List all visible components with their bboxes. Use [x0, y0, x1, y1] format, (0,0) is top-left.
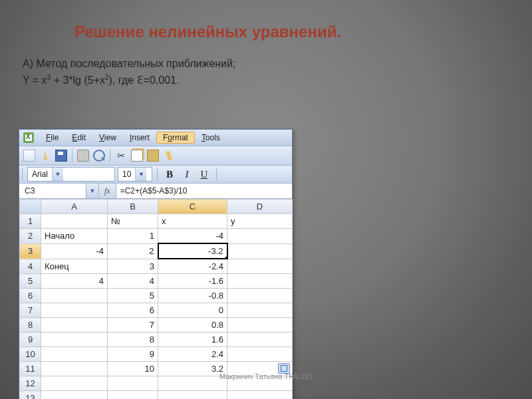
cell-C13[interactable]: [158, 391, 227, 400]
cell-A8[interactable]: [41, 318, 108, 332]
cell-B10[interactable]: 9: [108, 347, 158, 362]
row-header[interactable]: 6: [20, 289, 41, 303]
cell-A2[interactable]: Начало: [41, 229, 108, 244]
cell-D4[interactable]: [227, 259, 293, 274]
cell-C6[interactable]: -0.8: [158, 289, 227, 303]
new-button[interactable]: [22, 148, 37, 163]
save-button[interactable]: [54, 148, 68, 163]
cell-D1[interactable]: y: [227, 214, 293, 229]
cell-A5[interactable]: 4: [41, 274, 108, 289]
cell-D8[interactable]: [227, 318, 293, 332]
cell-B8[interactable]: 7: [108, 318, 158, 332]
formula-input[interactable]: =C2+(A$5-A$3)/10: [116, 184, 292, 198]
cell-A6[interactable]: [41, 289, 108, 303]
cell-B4[interactable]: 3: [108, 259, 158, 274]
cell-B2[interactable]: 1: [108, 229, 158, 244]
menu-tools[interactable]: Tools: [195, 132, 227, 144]
fx-label[interactable]: fx: [99, 186, 116, 196]
underline-button[interactable]: U: [197, 168, 211, 181]
cell-D13[interactable]: [227, 391, 293, 400]
slide-title: Решение нелинейных уравнений.: [0, 0, 532, 44]
cell-B3[interactable]: 2: [108, 243, 158, 259]
cell-A9[interactable]: [41, 332, 108, 347]
dropdown-icon[interactable]: ▼: [135, 168, 146, 181]
bold-button[interactable]: B: [162, 168, 177, 181]
row-header[interactable]: 10: [20, 347, 41, 362]
select-all-corner[interactable]: [20, 200, 41, 214]
cell-C5[interactable]: -1.6: [158, 274, 227, 289]
format-toolbar: Arial ▼ 10 ▼ B I U: [19, 166, 292, 184]
row-header[interactable]: 1: [20, 214, 41, 229]
menubar: FileEditViewInsertFormatTools: [19, 130, 292, 146]
row-header[interactable]: 2: [20, 229, 41, 244]
cell-D6[interactable]: [227, 289, 293, 303]
cell-D3[interactable]: [227, 243, 293, 259]
col-header-D[interactable]: D: [227, 200, 293, 214]
copy-icon: [131, 150, 143, 162]
row-header[interactable]: 9: [20, 332, 41, 347]
menu-edit[interactable]: Edit: [65, 132, 92, 144]
font-select[interactable]: Arial ▼: [27, 167, 115, 182]
italic-button[interactable]: I: [180, 168, 194, 181]
cut-button[interactable]: ✂: [114, 148, 128, 163]
name-box[interactable]: C3: [19, 184, 86, 198]
cell-B9[interactable]: 8: [108, 332, 158, 347]
menu-view[interactable]: View: [92, 132, 123, 144]
cell-A4[interactable]: Конец: [41, 259, 108, 274]
cell-D5[interactable]: [227, 274, 293, 289]
cut-icon: ✂: [117, 150, 125, 161]
cell-A7[interactable]: [41, 303, 108, 318]
menu-insert[interactable]: Insert: [123, 132, 156, 144]
standard-toolbar: ✂: [19, 146, 292, 166]
row-header[interactable]: 8: [20, 318, 41, 332]
row-header[interactable]: 13: [20, 391, 41, 400]
cell-D7[interactable]: [227, 303, 293, 318]
cell-D10[interactable]: [227, 347, 293, 362]
dropdown-icon[interactable]: ▼: [52, 168, 63, 181]
cell-D9[interactable]: [227, 332, 293, 347]
cell-grid[interactable]: ABCD1№xy2Начало1-43-42-3.24Конец3-2.4544…: [19, 199, 292, 399]
dropdown-icon[interactable]: ▼: [86, 184, 99, 198]
row-header[interactable]: 3: [20, 243, 41, 259]
paste-icon: [147, 150, 159, 162]
save-icon: [55, 150, 67, 162]
cell-C7[interactable]: 0: [158, 303, 227, 318]
open-button[interactable]: [38, 148, 53, 163]
open-icon: [43, 152, 47, 160]
method-line: А) Метод последовательных приближений;: [23, 56, 532, 72]
cell-B13[interactable]: [108, 391, 158, 400]
cell-B7[interactable]: 6: [108, 303, 158, 318]
copy-button[interactable]: [130, 148, 144, 163]
col-header-C[interactable]: C: [158, 200, 227, 214]
cell-C4[interactable]: -2.4: [158, 259, 227, 274]
cell-C1[interactable]: x: [158, 214, 227, 229]
cell-C3[interactable]: -3.2: [158, 243, 227, 259]
cell-B6[interactable]: 5: [108, 289, 158, 303]
brush-button[interactable]: [162, 148, 176, 163]
cell-C9[interactable]: 1.6: [158, 332, 227, 347]
cell-C10[interactable]: 2.4: [158, 347, 227, 362]
cell-A13[interactable]: [41, 391, 108, 400]
row-header[interactable]: 5: [20, 274, 41, 289]
cell-A3[interactable]: -4: [41, 243, 108, 259]
cell-A10[interactable]: [41, 347, 108, 362]
print-button[interactable]: [76, 148, 90, 163]
font-size-select[interactable]: 10 ▼: [118, 167, 152, 182]
col-header-A[interactable]: A: [41, 200, 108, 214]
cell-A1[interactable]: [41, 214, 108, 229]
menu-format[interactable]: Format: [156, 132, 195, 144]
col-header-B[interactable]: B: [108, 200, 158, 214]
row-header[interactable]: 7: [20, 303, 41, 318]
paste-button[interactable]: [146, 148, 160, 163]
cell-B5[interactable]: 4: [108, 274, 158, 289]
cell-B1[interactable]: №: [108, 214, 158, 229]
slide-footer: Макринич Татьяна ТРА-115: [0, 372, 532, 380]
row-header[interactable]: 4: [20, 259, 41, 274]
cell-C2[interactable]: -4: [158, 229, 227, 244]
preview-button[interactable]: [92, 148, 106, 163]
cell-C8[interactable]: 0.8: [158, 318, 227, 332]
app-icon[interactable]: [23, 132, 34, 143]
menu-file[interactable]: File: [39, 132, 65, 144]
cell-D2[interactable]: [227, 229, 293, 244]
brush-icon: [167, 151, 171, 160]
